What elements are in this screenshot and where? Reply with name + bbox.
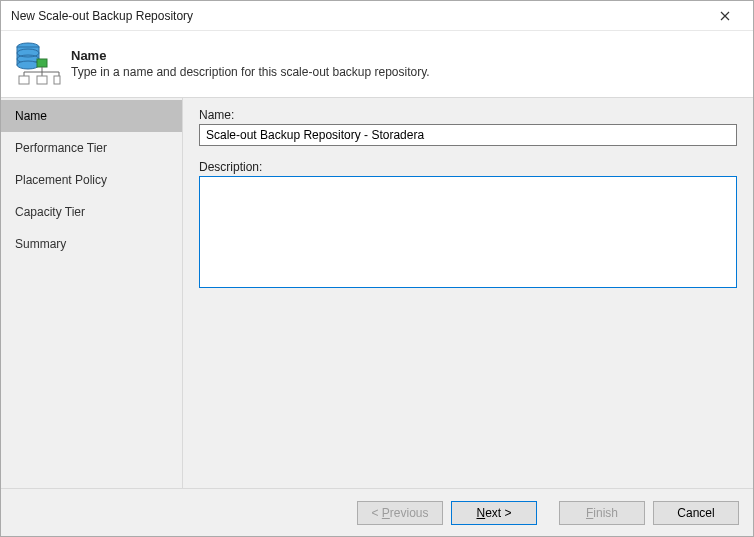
window-title: New Scale-out Backup Repository	[11, 9, 705, 23]
cancel-button[interactable]: Cancel	[653, 501, 739, 525]
sidebar-item-name[interactable]: Name	[1, 100, 182, 132]
sidebar-item-label: Capacity Tier	[15, 205, 85, 219]
svg-point-4	[17, 61, 39, 69]
finish-button: Finish	[559, 501, 645, 525]
wizard-header: Name Type in a name and description for …	[1, 31, 753, 98]
name-input[interactable]	[199, 124, 737, 146]
sidebar-item-label: Placement Policy	[15, 173, 107, 187]
wizard-steps-sidebar: Name Performance Tier Placement Policy C…	[1, 98, 183, 488]
svg-rect-12	[37, 76, 47, 84]
sidebar-item-label: Name	[15, 109, 47, 123]
sidebar-item-capacity-tier[interactable]: Capacity Tier	[1, 196, 182, 228]
sidebar-item-summary[interactable]: Summary	[1, 228, 182, 260]
sidebar-item-label: Performance Tier	[15, 141, 107, 155]
wizard-footer: < Previous Next > Finish Cancel	[1, 488, 753, 536]
description-input[interactable]	[199, 176, 737, 288]
name-field-block: Name:	[199, 108, 737, 146]
repository-icon	[13, 39, 61, 87]
wizard-window: New Scale-out Backup Repository	[0, 0, 754, 537]
close-icon	[720, 8, 730, 24]
sidebar-item-performance-tier[interactable]: Performance Tier	[1, 132, 182, 164]
svg-rect-11	[19, 76, 29, 84]
previous-button: < Previous	[357, 501, 443, 525]
next-button[interactable]: Next >	[451, 501, 537, 525]
name-label: Name:	[199, 108, 737, 122]
sidebar-item-placement-policy[interactable]: Placement Policy	[1, 164, 182, 196]
header-heading: Name	[71, 48, 430, 63]
header-subtext: Type in a name and description for this …	[71, 65, 430, 79]
header-text: Name Type in a name and description for …	[71, 48, 430, 79]
description-field-block: Description:	[199, 160, 737, 291]
svg-rect-13	[54, 76, 60, 84]
close-button[interactable]	[705, 2, 745, 30]
svg-rect-5	[37, 59, 47, 67]
wizard-body: Name Performance Tier Placement Policy C…	[1, 98, 753, 488]
description-label: Description:	[199, 160, 737, 174]
sidebar-item-label: Summary	[15, 237, 66, 251]
wizard-content: Name: Description:	[183, 98, 753, 488]
titlebar: New Scale-out Backup Repository	[1, 1, 753, 31]
